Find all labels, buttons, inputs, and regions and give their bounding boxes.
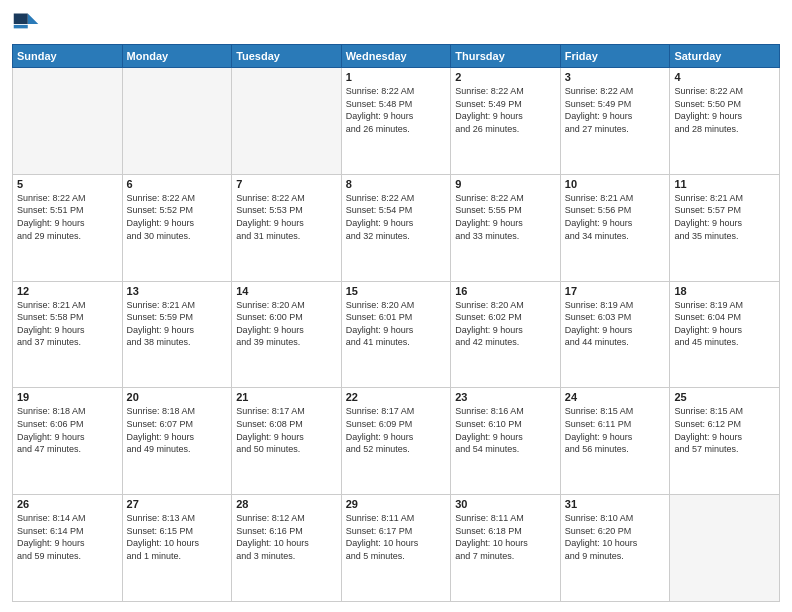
- day-number: 2: [455, 71, 556, 83]
- calendar-cell: [13, 68, 123, 175]
- day-info: Sunrise: 8:10 AM Sunset: 6:20 PM Dayligh…: [565, 512, 666, 562]
- calendar-cell: 2Sunrise: 8:22 AM Sunset: 5:49 PM Daylig…: [451, 68, 561, 175]
- page: SundayMondayTuesdayWednesdayThursdayFrid…: [0, 0, 792, 612]
- day-number: 18: [674, 285, 775, 297]
- logo: [12, 10, 44, 38]
- calendar-cell: 30Sunrise: 8:11 AM Sunset: 6:18 PM Dayli…: [451, 495, 561, 602]
- day-info: Sunrise: 8:14 AM Sunset: 6:14 PM Dayligh…: [17, 512, 118, 562]
- day-info: Sunrise: 8:18 AM Sunset: 6:06 PM Dayligh…: [17, 405, 118, 455]
- calendar-cell: [232, 68, 342, 175]
- calendar-cell: 13Sunrise: 8:21 AM Sunset: 5:59 PM Dayli…: [122, 281, 232, 388]
- calendar-cell: 16Sunrise: 8:20 AM Sunset: 6:02 PM Dayli…: [451, 281, 561, 388]
- calendar-cell: 5Sunrise: 8:22 AM Sunset: 5:51 PM Daylig…: [13, 174, 123, 281]
- header: [12, 10, 780, 38]
- weekday-header-thursday: Thursday: [451, 45, 561, 68]
- day-number: 24: [565, 391, 666, 403]
- day-number: 22: [346, 391, 447, 403]
- logo-icon: [12, 10, 40, 38]
- day-number: 8: [346, 178, 447, 190]
- day-number: 13: [127, 285, 228, 297]
- calendar-week-5: 26Sunrise: 8:14 AM Sunset: 6:14 PM Dayli…: [13, 495, 780, 602]
- calendar-week-4: 19Sunrise: 8:18 AM Sunset: 6:06 PM Dayli…: [13, 388, 780, 495]
- day-info: Sunrise: 8:16 AM Sunset: 6:10 PM Dayligh…: [455, 405, 556, 455]
- calendar-cell: 12Sunrise: 8:21 AM Sunset: 5:58 PM Dayli…: [13, 281, 123, 388]
- day-info: Sunrise: 8:21 AM Sunset: 5:56 PM Dayligh…: [565, 192, 666, 242]
- calendar-cell: 23Sunrise: 8:16 AM Sunset: 6:10 PM Dayli…: [451, 388, 561, 495]
- calendar-cell: 26Sunrise: 8:14 AM Sunset: 6:14 PM Dayli…: [13, 495, 123, 602]
- calendar-cell: 15Sunrise: 8:20 AM Sunset: 6:01 PM Dayli…: [341, 281, 451, 388]
- day-number: 23: [455, 391, 556, 403]
- calendar-cell: 10Sunrise: 8:21 AM Sunset: 5:56 PM Dayli…: [560, 174, 670, 281]
- day-info: Sunrise: 8:22 AM Sunset: 5:55 PM Dayligh…: [455, 192, 556, 242]
- calendar-cell: 17Sunrise: 8:19 AM Sunset: 6:03 PM Dayli…: [560, 281, 670, 388]
- day-number: 28: [236, 498, 337, 510]
- day-info: Sunrise: 8:19 AM Sunset: 6:03 PM Dayligh…: [565, 299, 666, 349]
- calendar-cell: 18Sunrise: 8:19 AM Sunset: 6:04 PM Dayli…: [670, 281, 780, 388]
- calendar-cell: 29Sunrise: 8:11 AM Sunset: 6:17 PM Dayli…: [341, 495, 451, 602]
- day-number: 9: [455, 178, 556, 190]
- calendar-cell: 24Sunrise: 8:15 AM Sunset: 6:11 PM Dayli…: [560, 388, 670, 495]
- day-number: 6: [127, 178, 228, 190]
- calendar-week-3: 12Sunrise: 8:21 AM Sunset: 5:58 PM Dayli…: [13, 281, 780, 388]
- day-number: 15: [346, 285, 447, 297]
- day-number: 31: [565, 498, 666, 510]
- day-info: Sunrise: 8:15 AM Sunset: 6:11 PM Dayligh…: [565, 405, 666, 455]
- day-number: 27: [127, 498, 228, 510]
- calendar-cell: [122, 68, 232, 175]
- day-info: Sunrise: 8:22 AM Sunset: 5:48 PM Dayligh…: [346, 85, 447, 135]
- calendar-cell: 22Sunrise: 8:17 AM Sunset: 6:09 PM Dayli…: [341, 388, 451, 495]
- day-info: Sunrise: 8:21 AM Sunset: 5:58 PM Dayligh…: [17, 299, 118, 349]
- day-info: Sunrise: 8:22 AM Sunset: 5:53 PM Dayligh…: [236, 192, 337, 242]
- day-number: 11: [674, 178, 775, 190]
- day-info: Sunrise: 8:22 AM Sunset: 5:49 PM Dayligh…: [565, 85, 666, 135]
- day-info: Sunrise: 8:13 AM Sunset: 6:15 PM Dayligh…: [127, 512, 228, 562]
- day-info: Sunrise: 8:20 AM Sunset: 6:01 PM Dayligh…: [346, 299, 447, 349]
- day-number: 30: [455, 498, 556, 510]
- day-number: 26: [17, 498, 118, 510]
- day-info: Sunrise: 8:19 AM Sunset: 6:04 PM Dayligh…: [674, 299, 775, 349]
- calendar-cell: 25Sunrise: 8:15 AM Sunset: 6:12 PM Dayli…: [670, 388, 780, 495]
- svg-rect-2: [14, 14, 28, 25]
- weekday-header-wednesday: Wednesday: [341, 45, 451, 68]
- calendar-cell: 19Sunrise: 8:18 AM Sunset: 6:06 PM Dayli…: [13, 388, 123, 495]
- day-number: 14: [236, 285, 337, 297]
- calendar-cell: [670, 495, 780, 602]
- calendar-cell: 9Sunrise: 8:22 AM Sunset: 5:55 PM Daylig…: [451, 174, 561, 281]
- day-number: 3: [565, 71, 666, 83]
- calendar-cell: 31Sunrise: 8:10 AM Sunset: 6:20 PM Dayli…: [560, 495, 670, 602]
- day-number: 12: [17, 285, 118, 297]
- day-info: Sunrise: 8:11 AM Sunset: 6:18 PM Dayligh…: [455, 512, 556, 562]
- svg-rect-3: [14, 25, 28, 29]
- day-info: Sunrise: 8:21 AM Sunset: 5:59 PM Dayligh…: [127, 299, 228, 349]
- day-info: Sunrise: 8:22 AM Sunset: 5:49 PM Dayligh…: [455, 85, 556, 135]
- weekday-header-row: SundayMondayTuesdayWednesdayThursdayFrid…: [13, 45, 780, 68]
- day-info: Sunrise: 8:15 AM Sunset: 6:12 PM Dayligh…: [674, 405, 775, 455]
- day-number: 19: [17, 391, 118, 403]
- day-info: Sunrise: 8:17 AM Sunset: 6:09 PM Dayligh…: [346, 405, 447, 455]
- day-number: 10: [565, 178, 666, 190]
- day-info: Sunrise: 8:20 AM Sunset: 6:00 PM Dayligh…: [236, 299, 337, 349]
- day-info: Sunrise: 8:22 AM Sunset: 5:54 PM Dayligh…: [346, 192, 447, 242]
- calendar-cell: 4Sunrise: 8:22 AM Sunset: 5:50 PM Daylig…: [670, 68, 780, 175]
- day-info: Sunrise: 8:17 AM Sunset: 6:08 PM Dayligh…: [236, 405, 337, 455]
- day-info: Sunrise: 8:20 AM Sunset: 6:02 PM Dayligh…: [455, 299, 556, 349]
- calendar-week-2: 5Sunrise: 8:22 AM Sunset: 5:51 PM Daylig…: [13, 174, 780, 281]
- calendar-table: SundayMondayTuesdayWednesdayThursdayFrid…: [12, 44, 780, 602]
- day-info: Sunrise: 8:21 AM Sunset: 5:57 PM Dayligh…: [674, 192, 775, 242]
- calendar-cell: 1Sunrise: 8:22 AM Sunset: 5:48 PM Daylig…: [341, 68, 451, 175]
- day-number: 29: [346, 498, 447, 510]
- day-info: Sunrise: 8:18 AM Sunset: 6:07 PM Dayligh…: [127, 405, 228, 455]
- day-number: 4: [674, 71, 775, 83]
- calendar-cell: 28Sunrise: 8:12 AM Sunset: 6:16 PM Dayli…: [232, 495, 342, 602]
- calendar-cell: 7Sunrise: 8:22 AM Sunset: 5:53 PM Daylig…: [232, 174, 342, 281]
- weekday-header-sunday: Sunday: [13, 45, 123, 68]
- day-number: 5: [17, 178, 118, 190]
- day-number: 21: [236, 391, 337, 403]
- weekday-header-monday: Monday: [122, 45, 232, 68]
- day-info: Sunrise: 8:22 AM Sunset: 5:52 PM Dayligh…: [127, 192, 228, 242]
- calendar-week-1: 1Sunrise: 8:22 AM Sunset: 5:48 PM Daylig…: [13, 68, 780, 175]
- day-number: 20: [127, 391, 228, 403]
- day-info: Sunrise: 8:11 AM Sunset: 6:17 PM Dayligh…: [346, 512, 447, 562]
- weekday-header-friday: Friday: [560, 45, 670, 68]
- weekday-header-saturday: Saturday: [670, 45, 780, 68]
